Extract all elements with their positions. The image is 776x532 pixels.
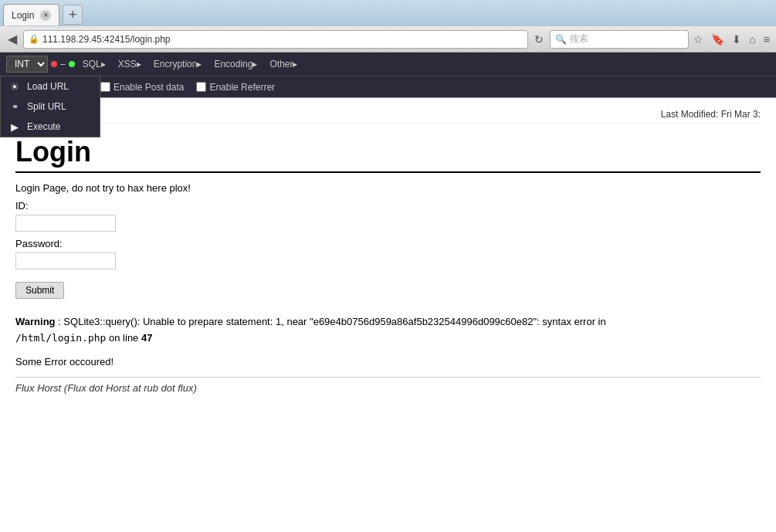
xss-menu[interactable]: XSS▸ (114, 57, 146, 71)
enable-referrer-text: Enable Referrer (209, 82, 275, 93)
enable-referrer-checkbox[interactable] (196, 82, 206, 92)
encoding-menu[interactable]: Encoding▸ (209, 57, 262, 71)
tab-bar: Login × + (0, 0, 776, 26)
injection-type-select[interactable]: INT (6, 56, 48, 73)
main-content: Last Modified: Fri Mar 3: Login Login Pa… (0, 98, 776, 453)
subtitle: Login Page, do not try to hax here plox! (15, 182, 761, 194)
execute-label: Execute (27, 121, 60, 132)
error-message: Some Error occoured! (15, 356, 761, 368)
browser-chrome: Login × + ◀ 🔒 111.198.29.45:42415/login.… (0, 0, 776, 98)
id-input[interactable] (15, 215, 116, 232)
enable-post-data-label[interactable]: Enable Post data (100, 82, 184, 93)
new-tab-button[interactable]: + (63, 5, 83, 25)
dash-separator: – (60, 59, 66, 69)
green-dot (69, 61, 75, 67)
load-url-label: Load URL (27, 81, 69, 92)
bookmark-icon[interactable]: 🔖 (710, 32, 726, 47)
load-url-item[interactable]: ☀ Load URL (1, 76, 100, 97)
nav-bar: ◀ 🔒 111.198.29.45:42415/login.php ↻ 🔍 搜索… (0, 26, 776, 53)
close-icon: × (43, 11, 48, 19)
encryption-menu[interactable]: Encryption▸ (149, 57, 207, 71)
execute-item[interactable]: ▶ Execute (1, 117, 100, 137)
secure-icon: 🔒 (29, 34, 39, 44)
url-text: 111.198.29.45:42415/login.php (42, 34, 523, 45)
download-icon[interactable]: ⬇ (730, 32, 743, 47)
submit-button[interactable]: Submit (15, 282, 64, 299)
last-modified: Last Modified: Fri Mar 3: (15, 106, 761, 124)
search-placeholder: 搜索 (570, 32, 588, 46)
url-bar[interactable]: 🔒 111.198.29.45:42415/login.php (23, 30, 528, 49)
toolbar: INT – SQL▸ XSS▸ Encryption▸ Encoding▸ Ot… (0, 53, 776, 76)
load-url-icon: ☀ (8, 80, 21, 93)
browser-tab[interactable]: Login × (3, 4, 59, 25)
tab-title: Login (12, 10, 34, 21)
split-url-label: Split URL (27, 101, 66, 112)
warning-body: : SQLite3::query(): Unable to prepare st… (58, 316, 606, 327)
nav-icons: ☆ 🔖 ⬇ ⌂ ≡ (692, 32, 771, 47)
search-icon: 🔍 (555, 34, 567, 45)
plus-icon: + (69, 7, 77, 23)
warning-on-line: on line (109, 332, 141, 344)
star-icon[interactable]: ☆ (692, 32, 705, 47)
warning-block: Warning : SQLite3::query(): Unable to pr… (15, 314, 761, 347)
refresh-button[interactable]: ↻ (531, 32, 547, 47)
enable-post-data-text: Enable Post data (114, 82, 184, 93)
enable-referrer-label[interactable]: Enable Referrer (196, 82, 275, 93)
tab-close-button[interactable]: × (40, 10, 51, 21)
enable-post-data-checkbox[interactable] (100, 82, 110, 92)
page-title: Login (15, 136, 761, 173)
home-icon[interactable]: ⌂ (747, 32, 757, 47)
id-label: ID: (15, 200, 761, 212)
warning-file: /html/login.php (15, 332, 106, 344)
split-url-item[interactable]: ⚭ Split URL (1, 97, 100, 117)
warning-line-number: 47 (141, 332, 152, 344)
search-bar[interactable]: 🔍 搜索 (550, 30, 689, 49)
footer: Flux Horst (Flux dot Horst at rub dot fl… (15, 377, 761, 394)
dropdown-menu: ☀ Load URL ⚭ Split URL ▶ Execute (0, 76, 100, 137)
execute-icon: ▶ (8, 120, 21, 133)
red-dot (51, 61, 57, 67)
password-label: Password: (15, 238, 761, 249)
split-url-icon: ⚭ (8, 100, 21, 113)
sql-menu[interactable]: SQL▸ (78, 57, 110, 71)
checkbox-bar: Enable Post data Enable Referrer (0, 76, 776, 97)
menu-icon[interactable]: ≡ (762, 32, 771, 47)
other-menu[interactable]: Other▸ (265, 57, 302, 71)
warning-label: Warning (15, 316, 56, 327)
password-input[interactable] (15, 252, 116, 269)
back-button[interactable]: ◀ (5, 30, 20, 48)
